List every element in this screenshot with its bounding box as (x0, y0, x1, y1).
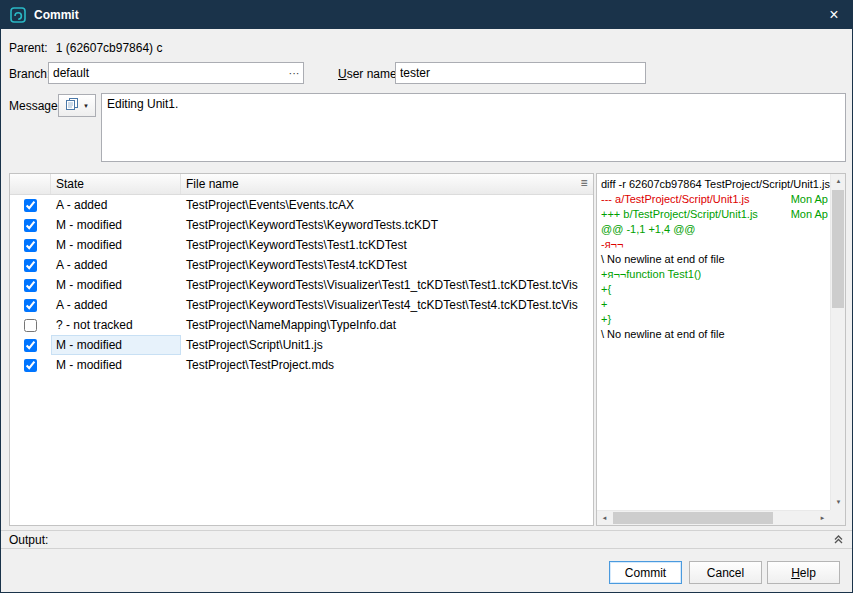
dropdown-arrow-icon: ▼ (83, 103, 89, 109)
file-row[interactable]: M - modified TestProject\KeywordTests\Ke… (10, 215, 593, 235)
diff-panel: diff -r 62607cb97864 TestProject/Script/… (596, 173, 846, 526)
file-path: TestProject\Script\Unit1.js (181, 335, 593, 355)
diff-line: \ No newline at end of file (601, 327, 828, 342)
file-checkbox[interactable] (24, 199, 37, 212)
file-checkbox[interactable] (24, 239, 37, 252)
diff-line: +} (601, 312, 828, 327)
file-path: TestProject\KeywordTests\KeywordTests.tc… (181, 215, 593, 235)
column-menu-icon[interactable]: ≡ (575, 174, 593, 194)
file-row-selected[interactable]: M - modified TestProject\Script\Unit1.js (10, 335, 593, 355)
file-checkbox[interactable] (24, 259, 37, 272)
scroll-right-icon[interactable]: ► (815, 511, 830, 526)
file-checkbox-cell (10, 199, 51, 212)
file-path: TestProject\KeywordTests\Visualizer\Test… (181, 275, 593, 295)
branch-label: Branch: (9, 67, 50, 81)
diff-line: diff -r 62607cb97864 TestProject/Script/… (601, 177, 828, 192)
file-row[interactable]: M - modified TestProject\KeywordTests\Vi… (10, 275, 593, 295)
parent-row: Parent: 1 (62607cb97864) c (9, 41, 162, 55)
help-button[interactable]: Help (767, 561, 840, 584)
file-checkbox-cell (10, 259, 51, 272)
file-checkbox-cell (10, 219, 51, 232)
double-chevron-up-icon (833, 534, 844, 545)
commit-dialog: Commit × Parent: 1 (62607cb97864) c Bran… (0, 0, 853, 593)
file-row[interactable]: A - added TestProject\KeywordTests\Visua… (10, 295, 593, 315)
file-row[interactable]: ? - not tracked TestProject\NameMapping\… (10, 315, 593, 335)
file-state: A - added (51, 295, 181, 315)
file-path: TestProject\KeywordTests\Visualizer\Test… (181, 295, 593, 315)
file-list: State File name ≡ A - added TestProject\… (9, 173, 594, 526)
diff-line: -я¬¬ (601, 237, 828, 252)
diff-text: diff -r 62607cb97864 TestProject/Script/… (597, 174, 830, 510)
diff-vertical-scrollbar[interactable]: ▲ ▼ (830, 174, 845, 510)
scroll-up-icon[interactable]: ▲ (831, 174, 846, 189)
file-state: ? - not tracked (51, 315, 181, 335)
file-path: TestProject\NameMapping\TypeInfo.dat (181, 315, 593, 335)
file-checkbox[interactable] (24, 319, 37, 332)
close-button[interactable]: × (816, 1, 852, 29)
column-header-filename[interactable]: File name (181, 174, 575, 194)
parent-value: 1 (62607cb97864) c (56, 41, 163, 55)
diff-line: + (601, 297, 828, 312)
file-checkbox[interactable] (24, 279, 37, 292)
diff-line: --- a/TestProject/Script/Unit1.jsMon Ap (601, 192, 828, 207)
file-state: M - modified (51, 235, 181, 255)
file-checkbox-cell (10, 279, 51, 292)
file-checkbox-cell (10, 339, 51, 352)
vertical-scroll-thumb[interactable] (832, 190, 844, 308)
commit-dialog-icon (10, 7, 26, 23)
branch-input[interactable] (48, 62, 286, 84)
paste-message-icon (65, 97, 79, 114)
scroll-down-icon[interactable]: ▼ (831, 495, 846, 510)
output-label: Output: (9, 533, 48, 547)
checkbox-column-header[interactable] (10, 174, 51, 194)
branch-browse-button[interactable]: ··· (285, 62, 304, 84)
file-row[interactable]: A - added TestProject\KeywordTests\Test4… (10, 255, 593, 275)
cancel-button[interactable]: Cancel (689, 561, 762, 584)
collapse-output-button[interactable] (831, 532, 846, 547)
diff-line: +++ b/TestProject/Script/Unit1.jsMon Ap (601, 207, 828, 222)
file-checkbox[interactable] (24, 359, 37, 372)
file-path: TestProject\Events\Events.tcAX (181, 195, 593, 215)
file-state: M - modified (51, 335, 181, 355)
scroll-left-icon[interactable]: ◄ (597, 511, 612, 526)
file-checkbox-cell (10, 359, 51, 372)
message-label: Message: (9, 99, 61, 113)
diff-line: \ No newline at end of file (601, 252, 828, 267)
file-checkbox-cell (10, 239, 51, 252)
file-row[interactable]: M - modified TestProject\KeywordTests\Te… (10, 235, 593, 255)
file-row[interactable]: M - modified TestProject\TestProject.mds (10, 355, 593, 375)
user-name-input[interactable] (395, 62, 646, 84)
commit-message-input[interactable]: Editing Unit1. (101, 93, 846, 162)
window-title: Commit (34, 8, 79, 22)
file-list-header: State File name ≡ (10, 174, 593, 195)
column-header-state[interactable]: State (51, 174, 181, 194)
file-state: A - added (51, 255, 181, 275)
file-state: M - modified (51, 215, 181, 235)
titlebar[interactable]: Commit × (1, 1, 852, 29)
message-template-button[interactable]: ▼ (58, 94, 96, 117)
user-name-label: User name: (338, 67, 400, 81)
diff-horizontal-scrollbar[interactable]: ◄ ► (597, 510, 830, 525)
file-checkbox[interactable] (24, 339, 37, 352)
file-state: A - added (51, 195, 181, 215)
file-checkbox-cell (10, 299, 51, 312)
diff-line: +{ (601, 282, 828, 297)
file-path: TestProject\KeywordTests\Test1.tcKDTest (181, 235, 593, 255)
file-checkbox-cell (10, 319, 51, 332)
output-bar: Output: (1, 530, 853, 549)
file-checkbox[interactable] (24, 299, 37, 312)
diff-line: +я¬¬function Test1() (601, 267, 828, 282)
horizontal-scroll-thumb[interactable] (613, 512, 773, 524)
file-state: M - modified (51, 355, 181, 375)
file-state: M - modified (51, 275, 181, 295)
file-row[interactable]: A - added TestProject\Events\Events.tcAX (10, 195, 593, 215)
scrollbar-corner (830, 510, 845, 525)
file-path: TestProject\TestProject.mds (181, 355, 593, 375)
commit-button[interactable]: Commit (609, 561, 682, 584)
diff-line: @@ -1,1 +1,4 @@ (601, 222, 828, 237)
file-path: TestProject\KeywordTests\Test4.tcKDTest (181, 255, 593, 275)
parent-label: Parent: (9, 41, 48, 55)
file-checkbox[interactable] (24, 219, 37, 232)
